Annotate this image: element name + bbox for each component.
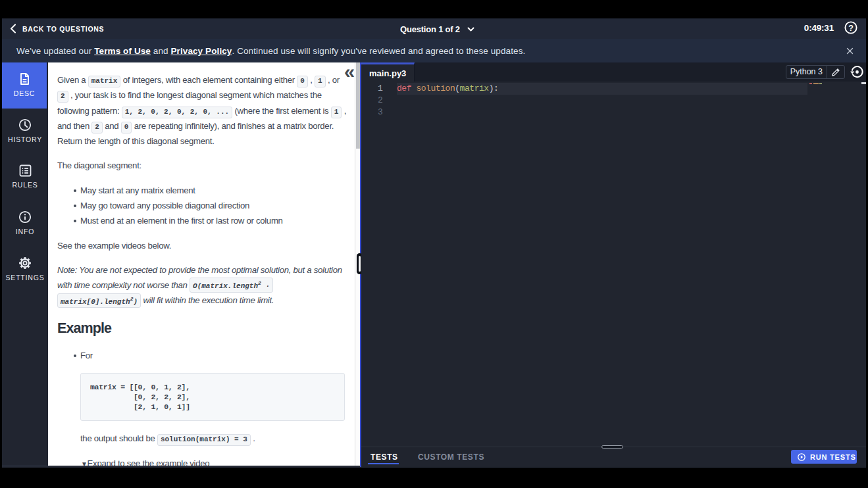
svg-text:?: ? <box>848 24 854 33</box>
